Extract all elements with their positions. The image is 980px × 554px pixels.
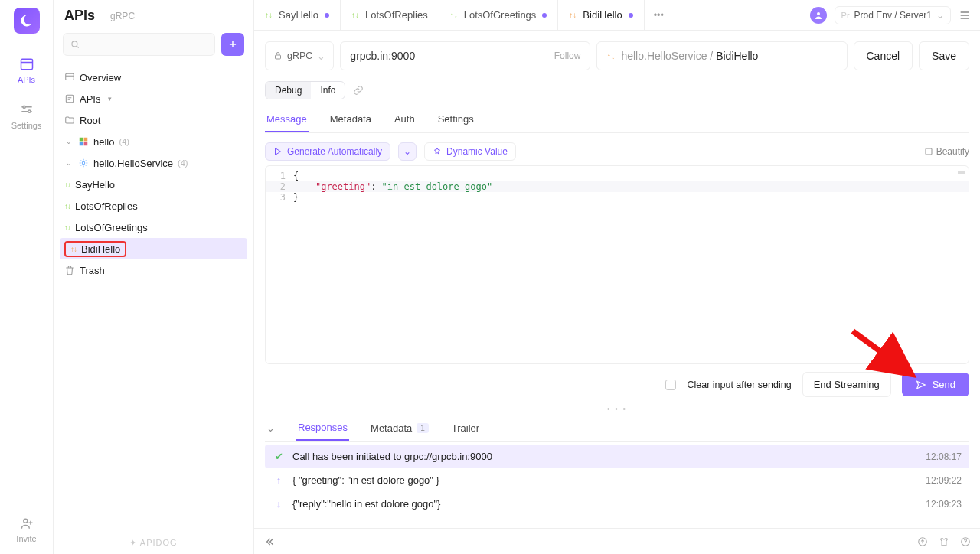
rail-item-invite[interactable]: Invite [4,508,50,554]
footer-shirt-icon[interactable] [939,536,949,547]
protocol-select[interactable]: gRPC ⌄ [265,41,334,70]
tree-method-bidihello[interactable]: ↑↓ BidiHello [60,238,247,259]
menu-button[interactable] [959,9,971,21]
clear-input-checkbox[interactable] [665,380,676,390]
method-path[interactable]: ↑↓ hello.HelloService / BidiHello [596,41,847,70]
cancel-button[interactable]: Cancel [854,41,913,70]
tree-method-lotsofreplies[interactable]: ↑↓ LotsOfReplies [60,195,247,217]
tree-service[interactable]: ⌄ hello.HelloService (4) [60,152,247,174]
collapse-sidebar-button[interactable] [263,536,276,548]
response-row[interactable]: ↑ { "greeting": "in est dolore gogo" } 1… [265,468,969,492]
response-row[interactable]: ↓ {"reply":"hello in est dolore gogo"} 1… [265,492,969,516]
stream-icon: ↑↓ [569,11,577,19]
subtab-metadata[interactable]: Metadata [328,107,373,132]
add-button[interactable] [221,33,244,56]
save-button[interactable]: Save [919,41,969,70]
sidebar-title: APIs [64,8,95,24]
response-tabs: ⌄ Responses Metadata 1 Trailer [265,416,969,442]
clear-input-label: Clear input after sending [687,380,791,390]
dynamic-value-button[interactable]: Dynamic Value [424,142,516,161]
tab-lotsofgreetings[interactable]: ↑↓ LotsOfGreetings [439,0,559,30]
response-list: ✔ Call has been initiated to grpc://grpc… [265,442,969,522]
svg-point-2 [28,110,30,112]
svg-point-1 [23,106,25,108]
sidebar: APIs gRPC Overview APIs ▾ Root [54,0,254,554]
chevron-down-icon: ⌄ [936,10,944,21]
search-input[interactable] [63,33,215,56]
mode-debug[interactable]: Debug [266,82,311,99]
tab-sayhello[interactable]: ↑↓ SayHello [254,0,341,30]
tree-method-sayhello[interactable]: ↑↓ SayHello [60,174,247,195]
svg-rect-6 [66,95,73,102]
mode-info[interactable]: Info [311,82,345,99]
rail-item-apis[interactable]: APIs [4,49,50,95]
rail-item-settings[interactable]: Settings [4,95,50,141]
stream-icon: ↑↓ [265,11,273,19]
status-bar [254,528,980,554]
avatar[interactable] [810,7,827,24]
send-button[interactable]: Send [902,373,969,396]
svg-point-11 [82,161,85,165]
footer-help-icon[interactable] [960,536,971,547]
caret-down-icon: ▾ [105,95,114,103]
minimap[interactable] [958,171,965,174]
timestamp: 12:08:17 [926,451,962,462]
dirty-indicator [325,13,329,18]
tab-bidihello[interactable]: ↑↓ BidiHello [558,0,644,30]
end-streaming-button[interactable]: End Streaming [802,372,891,397]
tabbar: ↑↓ SayHello ↑↓ LotsOfReplies ↑↓ LotsOfGr… [254,0,980,31]
panel-resize-handle[interactable]: • • • [265,405,969,416]
message-editor[interactable]: 1{ 2 "greeting": "in est dolore gogo" 3} [265,165,969,364]
tree-overview[interactable]: Overview [60,67,247,88]
generate-auto-dropdown[interactable]: ⌄ [398,142,416,161]
response-row[interactable]: ✔ Call has been initiated to grpc://grpc… [265,445,969,468]
link-icon[interactable] [353,85,364,96]
tabs-more[interactable]: ••• [645,0,673,30]
stream-icon: ↑↓ [70,245,77,253]
svg-point-12 [817,12,820,15]
subtab-settings[interactable]: Settings [436,107,475,132]
generate-auto-button[interactable]: Generate Automatically [265,142,390,161]
upload-icon: ↑ [273,474,285,486]
tab-lotsofreplies[interactable]: ↑↓ LotsOfReplies [341,0,439,30]
mode-segmented[interactable]: Debug Info [265,81,345,99]
request-subtabs: Message Metadata Auth Settings [265,107,969,133]
subtab-message[interactable]: Message [265,107,309,132]
stream-icon: ↑↓ [351,11,359,19]
tree-method-lotsofgreetings[interactable]: ↑↓ LotsOfGreetings [60,217,247,238]
resp-tab-metadata[interactable]: Metadata 1 [369,416,430,440]
environment-selector[interactable]: Pr Prod Env / Server1 ⌄ [835,6,951,24]
svg-point-4 [72,41,77,47]
collapse-responses[interactable]: ⌄ [265,419,276,437]
svg-rect-10 [84,142,88,146]
footer-upload-icon[interactable] [917,536,928,547]
beautify-button[interactable]: Beautify [924,146,969,157]
stream-icon: ↑↓ [450,11,458,19]
svg-rect-5 [66,73,74,80]
svg-rect-0 [21,59,32,69]
nav-rail: APIs Settings Invite [0,0,54,554]
sidebar-brand: ✦ APIDOG [54,532,253,554]
tree-root[interactable]: Root [60,109,247,131]
svg-point-3 [23,519,27,523]
timestamp: 12:09:23 [926,499,962,510]
url-input[interactable]: grpcb.in:9000 Follow [340,41,590,70]
dirty-indicator [542,13,547,18]
tree-hello[interactable]: ⌄ hello (4) [60,131,247,152]
download-icon: ↓ [273,498,285,510]
sidebar-protocol[interactable]: gRPC [110,11,135,21]
success-icon: ✔ [273,451,285,462]
chevron-down-icon: ⌄ [64,138,74,145]
resp-tab-trailer[interactable]: Trailer [450,416,481,440]
svg-rect-8 [84,138,88,142]
resp-tab-responses[interactable]: Responses [296,416,349,441]
chevron-down-icon: ⌄ [64,159,74,167]
svg-rect-9 [80,142,83,146]
follow-toggle[interactable]: Follow [554,51,581,61]
api-tree: Overview APIs ▾ Root ⌄ hello (4) ⌄ hello… [54,64,253,532]
metadata-count-badge: 1 [416,423,429,433]
subtab-auth[interactable]: Auth [393,107,416,132]
stream-icon: ↑↓ [64,223,70,232]
tree-apis[interactable]: APIs ▾ [60,88,247,109]
tree-trash[interactable]: Trash [60,259,247,281]
